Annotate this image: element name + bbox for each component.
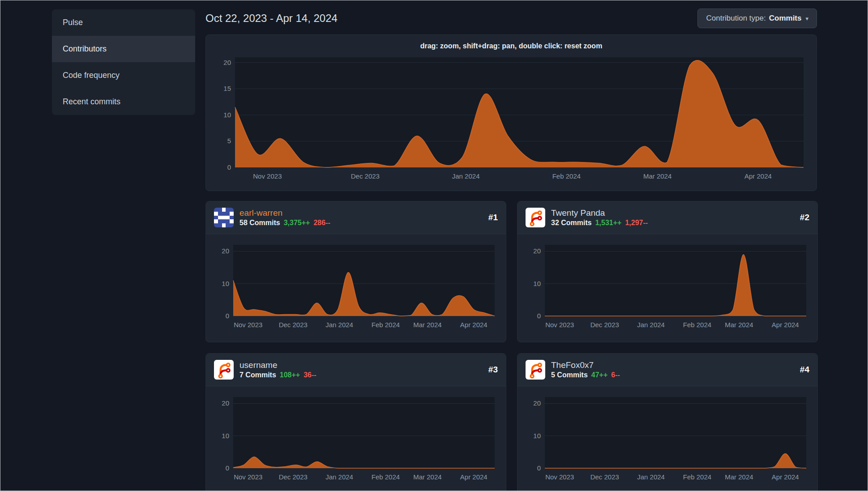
svg-text:Mar 2024: Mar 2024 xyxy=(643,172,671,180)
svg-text:Nov 2023: Nov 2023 xyxy=(253,172,282,180)
contributor-rank: #2 xyxy=(800,213,809,222)
contributor-stats: 7 Commits 108++ 36-- xyxy=(239,371,316,379)
svg-text:10: 10 xyxy=(222,432,229,440)
svg-text:Feb 2024: Feb 2024 xyxy=(683,473,711,481)
svg-text:Nov 2023: Nov 2023 xyxy=(234,473,262,481)
svg-text:Jan 2024: Jan 2024 xyxy=(637,321,665,329)
svg-text:10: 10 xyxy=(223,111,231,119)
contributor-activity-chart[interactable]: 01020Nov 2023Dec 2023Jan 2024Feb 2024Mar… xyxy=(524,393,811,484)
svg-text:Jan 2024: Jan 2024 xyxy=(637,473,665,481)
chart-zoom-hint: drag: zoom, shift+drag: pan, double clic… xyxy=(214,41,808,53)
svg-text:Apr 2024: Apr 2024 xyxy=(772,473,799,481)
activity-sidebar: Pulse Contributors Code frequency Recent… xyxy=(52,9,195,115)
contribution-type-value: Commits xyxy=(769,14,802,23)
commit-count: 7 Commits xyxy=(239,371,276,379)
forgejo-logo-avatar[interactable] xyxy=(526,360,545,380)
contributor-stats: 58 Commits 3,375++ 286-- xyxy=(239,219,330,227)
overall-contributions-chart[interactable]: 05101520Nov 2023Dec 2023Jan 2024Feb 2024… xyxy=(214,53,808,184)
svg-text:20: 20 xyxy=(533,399,541,407)
contributor-rank: #3 xyxy=(488,365,498,375)
svg-text:Feb 2024: Feb 2024 xyxy=(372,321,400,329)
contribution-type-dropdown[interactable]: Contribution type: Commits ▾ xyxy=(697,9,817,28)
svg-text:Apr 2024: Apr 2024 xyxy=(460,473,487,481)
svg-text:0: 0 xyxy=(226,312,229,320)
contributor-activity-chart[interactable]: 01020Nov 2023Dec 2023Jan 2024Feb 2024Mar… xyxy=(524,240,811,332)
overall-chart-panel: drag: zoom, shift+drag: pan, double clic… xyxy=(205,34,817,191)
contributor-card-header: Twenty Panda 32 Commits 1,531++ 1,297-- … xyxy=(517,201,817,234)
contributor-stats: 5 Commits 47++ 6-- xyxy=(551,371,620,379)
additions-count: 1,531++ xyxy=(595,219,622,227)
svg-text:Feb 2024: Feb 2024 xyxy=(552,172,581,180)
svg-text:Feb 2024: Feb 2024 xyxy=(683,321,711,329)
commit-count: 32 Commits xyxy=(551,219,592,227)
svg-text:0: 0 xyxy=(537,312,541,320)
svg-text:Dec 2023: Dec 2023 xyxy=(279,321,308,329)
svg-text:20: 20 xyxy=(222,247,229,255)
contributor-card: Twenty Panda 32 Commits 1,531++ 1,297-- … xyxy=(517,201,818,342)
svg-text:Dec 2023: Dec 2023 xyxy=(351,172,380,180)
svg-text:Apr 2024: Apr 2024 xyxy=(460,321,487,329)
contributor-activity-chart[interactable]: 01020Nov 2023Dec 2023Jan 2024Feb 2024Mar… xyxy=(213,240,499,332)
contributor-rank: #1 xyxy=(488,213,498,222)
svg-text:Jan 2024: Jan 2024 xyxy=(452,172,480,180)
svg-text:Apr 2024: Apr 2024 xyxy=(772,321,799,329)
svg-text:Mar 2024: Mar 2024 xyxy=(725,321,753,329)
svg-text:Mar 2024: Mar 2024 xyxy=(413,321,441,329)
contributor-card-header: earl-warren 58 Commits 3,375++ 286-- #1 xyxy=(206,201,506,234)
identicon-avatar[interactable] xyxy=(214,208,234,227)
svg-text:Mar 2024: Mar 2024 xyxy=(725,473,753,481)
svg-text:Nov 2023: Nov 2023 xyxy=(545,321,574,329)
commit-count: 58 Commits xyxy=(239,219,280,227)
sidebar-item-code-frequency[interactable]: Code frequency xyxy=(52,62,195,89)
svg-text:0: 0 xyxy=(226,464,229,472)
svg-text:15: 15 xyxy=(223,85,231,92)
svg-text:20: 20 xyxy=(222,399,229,407)
contributor-stats: 32 Commits 1,531++ 1,297-- xyxy=(551,219,648,227)
contributor-card: earl-warren 58 Commits 3,375++ 286-- #1 … xyxy=(205,201,506,342)
contributor-name-link[interactable]: TheFox0x7 xyxy=(551,360,620,370)
svg-text:20: 20 xyxy=(533,247,541,255)
main-content: Oct 22, 2023 - Apr 14, 2024 Contribution… xyxy=(205,0,817,491)
contribution-type-label: Contribution type: xyxy=(706,14,765,23)
svg-text:Feb 2024: Feb 2024 xyxy=(372,473,400,481)
page-header: Oct 22, 2023 - Apr 14, 2024 Contribution… xyxy=(205,8,817,29)
contributor-rank: #4 xyxy=(800,365,809,375)
svg-text:Dec 2023: Dec 2023 xyxy=(590,321,619,329)
svg-text:0: 0 xyxy=(227,163,231,171)
svg-text:Nov 2023: Nov 2023 xyxy=(234,321,262,329)
deletions-count: 286-- xyxy=(313,219,330,227)
svg-text:5: 5 xyxy=(227,137,231,145)
forgejo-logo-avatar[interactable] xyxy=(526,208,545,227)
contributor-name-link[interactable]: username xyxy=(239,360,316,370)
sidebar-item-pulse[interactable]: Pulse xyxy=(52,9,195,36)
svg-text:10: 10 xyxy=(222,280,229,287)
svg-text:Dec 2023: Dec 2023 xyxy=(279,473,308,481)
contributors-activity-page: Pulse Contributors Code frequency Recent… xyxy=(0,0,868,491)
contributor-name-link[interactable]: earl-warren xyxy=(239,208,330,218)
svg-text:Jan 2024: Jan 2024 xyxy=(325,473,353,481)
svg-text:10: 10 xyxy=(533,432,541,440)
sidebar-item-recent-commits[interactable]: Recent commits xyxy=(52,89,195,115)
svg-text:Apr 2024: Apr 2024 xyxy=(744,172,772,180)
svg-text:0: 0 xyxy=(537,464,541,472)
svg-text:20: 20 xyxy=(223,59,231,66)
contributor-card-header: username 7 Commits 108++ 36-- #3 xyxy=(206,354,506,386)
chevron-down-icon: ▾ xyxy=(805,15,808,22)
date-range-title: Oct 22, 2023 - Apr 14, 2024 xyxy=(205,12,338,25)
svg-text:Nov 2023: Nov 2023 xyxy=(545,473,574,481)
svg-text:Mar 2024: Mar 2024 xyxy=(413,473,441,481)
deletions-count: 36-- xyxy=(304,371,316,379)
contributor-name-link[interactable]: Twenty Panda xyxy=(551,208,648,218)
additions-count: 47++ xyxy=(591,371,607,379)
contributor-cards-grid: earl-warren 58 Commits 3,375++ 286-- #1 … xyxy=(205,201,817,491)
contributor-card: TheFox0x7 5 Commits 47++ 6-- #4 01020Nov… xyxy=(517,353,818,491)
additions-count: 108++ xyxy=(280,371,300,379)
sidebar-item-contributors[interactable]: Contributors xyxy=(52,36,195,62)
svg-text:Dec 2023: Dec 2023 xyxy=(590,473,619,481)
contributor-card: username 7 Commits 108++ 36-- #3 01020No… xyxy=(205,353,506,491)
contributor-card-header: TheFox0x7 5 Commits 47++ 6-- #4 xyxy=(517,354,817,386)
forgejo-logo-avatar[interactable] xyxy=(214,360,234,380)
svg-text:Jan 2024: Jan 2024 xyxy=(325,321,353,329)
svg-text:10: 10 xyxy=(533,280,541,287)
contributor-activity-chart[interactable]: 01020Nov 2023Dec 2023Jan 2024Feb 2024Mar… xyxy=(213,393,499,484)
